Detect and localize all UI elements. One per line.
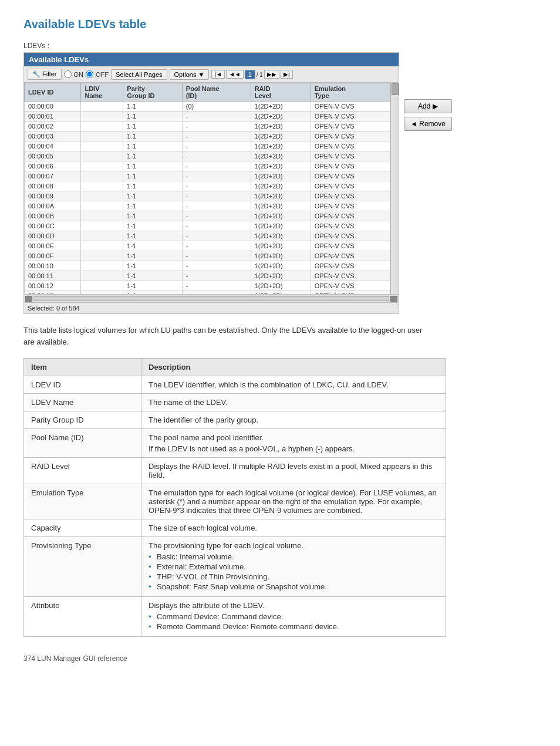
table-cell: 1-1 xyxy=(123,141,182,151)
table-cell: - xyxy=(182,171,251,181)
table-cell: 1-1 xyxy=(123,251,182,261)
off-radio[interactable] xyxy=(86,70,93,78)
table-cell xyxy=(81,171,123,181)
desc-text2: If the LDEV is not used as a pool-VOL, a… xyxy=(149,444,438,453)
table-cell: OPEN-V CVS xyxy=(311,102,390,112)
select-all-button[interactable]: Select All Pages xyxy=(111,69,167,80)
table-cell: 1-1 xyxy=(123,291,182,295)
table-cell: 1-1 xyxy=(123,221,182,231)
pag-prev-button[interactable]: ◄◄ xyxy=(226,70,244,79)
table-cell: - xyxy=(182,241,251,251)
pagination: |◄ ◄◄ 1 / 1 ▶▶ ▶| xyxy=(211,70,292,79)
table-row[interactable]: 00:00:071-1-1(2D+2D)OPEN-V CVS xyxy=(25,171,390,181)
table-cell: OPEN-V CVS xyxy=(311,112,390,121)
filter-button[interactable]: 🔧 Filter xyxy=(28,69,62,80)
desc-row: CapacityThe size of each logical volume. xyxy=(24,519,446,537)
table-row[interactable]: 00:00:101-1-1(2D+2D)OPEN-V CVS xyxy=(25,261,390,271)
side-buttons: Add ▶ ◄ Remove xyxy=(404,99,452,131)
table-row[interactable]: 00:00:131-1-1(2D+2D)OPEN-V CVS xyxy=(25,291,390,295)
table-row[interactable]: 00:00:051-1-1(2D+2D)OPEN-V CVS xyxy=(25,151,390,161)
table-cell: 00:00:12 xyxy=(25,281,81,291)
table-cell: 1-1 xyxy=(123,191,182,201)
on-radio[interactable] xyxy=(64,70,72,78)
table-row[interactable]: 00:00:0C1-1-1(2D+2D)OPEN-V CVS xyxy=(25,221,390,231)
table-cell: 00:00:13 xyxy=(25,291,81,295)
table-row[interactable]: 00:00:031-1-1(2D+2D)OPEN-V CVS xyxy=(25,131,390,141)
filter-icon: 🔧 xyxy=(32,70,41,77)
table-cell: 1(2D+2D) xyxy=(251,102,311,112)
table-row[interactable]: 00:00:121-1-1(2D+2D)OPEN-V CVS xyxy=(25,281,390,291)
table-row[interactable]: 00:00:041-1-1(2D+2D)OPEN-V CVS xyxy=(25,141,390,151)
options-button[interactable]: Options ▼ xyxy=(170,69,210,80)
vertical-scrollbar[interactable] xyxy=(390,83,399,294)
table-cell: 00:00:00 xyxy=(25,102,81,112)
table-cell: - xyxy=(182,291,251,295)
horizontal-scrollbar[interactable] xyxy=(24,294,399,302)
desc-row: Pool Name (ID)The pool name and pool ide… xyxy=(24,429,446,458)
desc-text: The pool name and pool identifier. xyxy=(149,433,438,442)
desc-row: LDEV NameThe name of the LDEV. xyxy=(24,394,446,411)
table-cell: 00:00:10 xyxy=(25,261,81,271)
table-cell: 1(2D+2D) xyxy=(251,201,311,211)
on-label: ON xyxy=(74,71,84,78)
remove-button[interactable]: ◄ Remove xyxy=(404,117,452,131)
desc-item: Parity Group ID xyxy=(24,411,141,429)
desc-description: The provisioning type for each logical v… xyxy=(141,537,446,597)
add-button[interactable]: Add ▶ xyxy=(404,99,452,113)
ldev-table: LDEV ID LDIVName ParityGroup ID Pool Nam… xyxy=(24,83,390,294)
pag-first-button[interactable]: |◄ xyxy=(211,70,225,79)
table-cell: 00:00:09 xyxy=(25,191,81,201)
desc-item: LDEV Name xyxy=(24,394,141,411)
desc-bullet-list: Command Device: Command device.Remote Co… xyxy=(149,612,438,631)
desc-row: Emulation TypeThe emulation type for eac… xyxy=(24,484,446,519)
table-cell: 1-1 xyxy=(123,131,182,141)
table-cell xyxy=(81,241,123,251)
table-cell: 1(2D+2D) xyxy=(251,261,311,271)
table-row[interactable]: 00:00:011-1-1(2D+2D)OPEN-V CVS xyxy=(25,112,390,121)
table-cell xyxy=(81,271,123,281)
table-cell: 00:00:0D xyxy=(25,231,81,241)
table-row[interactable]: 00:00:061-1-1(2D+2D)OPEN-V CVS xyxy=(25,161,390,171)
hscroll-track[interactable] xyxy=(33,296,389,301)
desc-text: The LDEV identifier, which is the combin… xyxy=(149,380,438,389)
desc-description: The identifier of the parity group. xyxy=(141,411,446,429)
table-row[interactable]: 00:00:081-1-1(2D+2D)OPEN-V CVS xyxy=(25,181,390,191)
pag-next-button[interactable]: ▶▶ xyxy=(264,70,279,79)
table-cell: 1-1 xyxy=(123,171,182,181)
table-cell: 1(2D+2D) xyxy=(251,291,311,295)
table-cell xyxy=(81,221,123,231)
table-cell: - xyxy=(182,131,251,141)
desc-text: The provisioning type for each logical v… xyxy=(149,541,438,550)
table-cell: - xyxy=(182,231,251,241)
table-cell: OPEN-V CVS xyxy=(311,171,390,181)
table-cell xyxy=(81,181,123,191)
table-cell: 1-1 xyxy=(123,211,182,221)
pag-last-button[interactable]: ▶| xyxy=(281,70,293,79)
table-row[interactable]: 00:00:001-1(0)1(2D+2D)OPEN-V CVS xyxy=(25,102,390,112)
desc-description: Displays the attribute of the LDEV.Comma… xyxy=(141,597,446,637)
table-cell xyxy=(81,161,123,171)
table-cell: OPEN-V CVS xyxy=(311,141,390,151)
table-cell: 1(2D+2D) xyxy=(251,211,311,221)
table-row[interactable]: 00:00:021-1-1(2D+2D)OPEN-V CVS xyxy=(25,121,390,131)
table-cell: 1(2D+2D) xyxy=(251,191,311,201)
table-cell: OPEN-V CVS xyxy=(311,191,390,201)
table-row[interactable]: 00:00:0A1-1-1(2D+2D)OPEN-V CVS xyxy=(25,201,390,211)
table-cell: - xyxy=(182,211,251,221)
table-cell: - xyxy=(182,201,251,211)
table-row[interactable]: 00:00:111-1-1(2D+2D)OPEN-V CVS xyxy=(25,271,390,281)
table-cell: OPEN-V CVS xyxy=(311,131,390,141)
table-row[interactable]: 00:00:0E1-1-1(2D+2D)OPEN-V CVS xyxy=(25,241,390,251)
table-row[interactable]: 00:00:0D1-1-1(2D+2D)OPEN-V CVS xyxy=(25,231,390,241)
desc-row: AttributeDisplays the attribute of the L… xyxy=(24,597,446,637)
table-cell: 1(2D+2D) xyxy=(251,171,311,181)
table-row[interactable]: 00:00:0B1-1-1(2D+2D)OPEN-V CVS xyxy=(25,211,390,221)
table-row[interactable]: 00:00:091-1-1(2D+2D)OPEN-V CVS xyxy=(25,191,390,201)
table-cell: 1(2D+2D) xyxy=(251,131,311,141)
table-row[interactable]: 00:00:0F1-1-1(2D+2D)OPEN-V CVS xyxy=(25,251,390,261)
table-footer: Selected: 0 of 584 xyxy=(24,302,399,313)
desc-bullet-list: Basic: Internal volume.External: Externa… xyxy=(149,552,438,591)
list-item: External: External volume. xyxy=(149,562,438,571)
desc-text: The emulation type for each logical volu… xyxy=(149,488,438,515)
pag-total: 1 xyxy=(259,71,263,78)
